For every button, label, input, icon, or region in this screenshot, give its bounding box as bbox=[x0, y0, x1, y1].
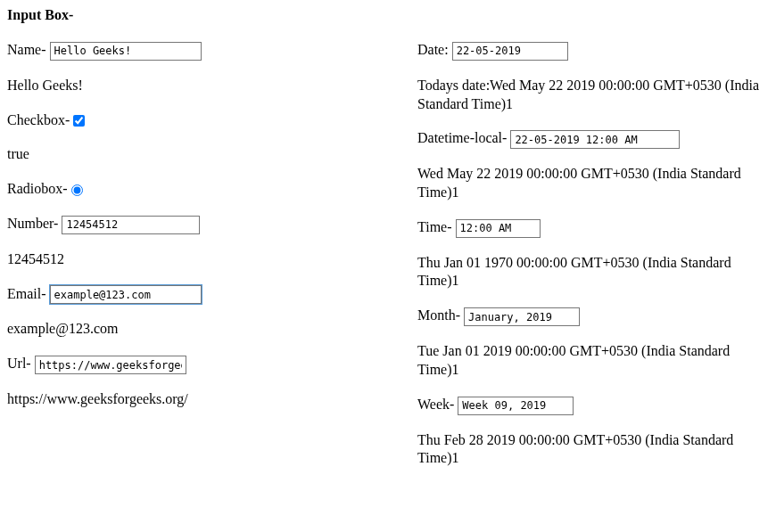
radio-label: Radiobox- bbox=[7, 181, 71, 196]
date-input[interactable] bbox=[452, 42, 568, 61]
checkbox-row: Checkbox- bbox=[7, 111, 400, 130]
checkbox-echo: true bbox=[7, 145, 400, 164]
time-input[interactable] bbox=[456, 219, 541, 238]
datetime-input[interactable] bbox=[510, 130, 680, 149]
columns: Name- Hello Geeks! Checkbox- true Radiob… bbox=[7, 41, 769, 484]
date-echo: Todays date:Wed May 22 2019 00:00:00 GMT… bbox=[417, 77, 769, 114]
name-label: Name- bbox=[7, 42, 50, 57]
time-label: Time- bbox=[417, 219, 456, 234]
datetime-row: Datetime-local- bbox=[417, 129, 769, 149]
number-row: Number- bbox=[7, 215, 400, 234]
date-row: Date: bbox=[417, 41, 769, 61]
date-label: Date: bbox=[417, 42, 452, 57]
email-row: Email- bbox=[7, 285, 400, 305]
col-right: Date: Todays date:Wed May 22 2019 00:00:… bbox=[417, 41, 769, 484]
week-input[interactable] bbox=[458, 397, 574, 415]
week-echo: Thu Feb 28 2019 00:00:00 GMT+0530 (India… bbox=[417, 431, 769, 469]
name-row: Name- bbox=[7, 41, 400, 61]
checkbox-input[interactable] bbox=[73, 115, 85, 127]
col-left: Name- Hello Geeks! Checkbox- true Radiob… bbox=[7, 41, 400, 484]
email-echo: example@123.com bbox=[7, 320, 400, 339]
url-echo: https://www.geeksforgeeks.org/ bbox=[7, 390, 400, 409]
month-label: Month- bbox=[417, 307, 464, 323]
email-input[interactable] bbox=[50, 285, 202, 304]
week-row: Week- bbox=[417, 396, 769, 415]
url-row: Url- bbox=[7, 355, 400, 374]
time-row: Time- bbox=[417, 218, 769, 238]
month-input[interactable] bbox=[464, 307, 580, 326]
number-echo: 12454512 bbox=[7, 250, 400, 269]
url-label: Url- bbox=[7, 356, 35, 371]
number-input[interactable] bbox=[62, 216, 200, 234]
datetime-echo: Wed May 22 2019 00:00:00 GMT+0530 (India… bbox=[417, 165, 769, 202]
page-heading: Input Box- bbox=[7, 7, 769, 23]
time-echo: Thu Jan 01 1970 00:00:00 GMT+0530 (India… bbox=[417, 254, 769, 291]
email-label: Email- bbox=[7, 286, 50, 301]
month-echo: Tue Jan 01 2019 00:00:00 GMT+0530 (India… bbox=[417, 342, 769, 380]
checkbox-label: Checkbox- bbox=[7, 112, 73, 127]
month-row: Month- bbox=[417, 307, 769, 326]
name-input[interactable] bbox=[50, 42, 202, 61]
radio-input[interactable] bbox=[71, 184, 83, 196]
url-input[interactable] bbox=[35, 356, 186, 374]
radio-row: Radiobox- bbox=[7, 180, 400, 199]
datetime-label: Datetime-local- bbox=[417, 130, 510, 145]
name-echo: Hello Geeks! bbox=[7, 77, 400, 95]
number-label: Number- bbox=[7, 216, 62, 231]
week-label: Week- bbox=[417, 397, 458, 412]
